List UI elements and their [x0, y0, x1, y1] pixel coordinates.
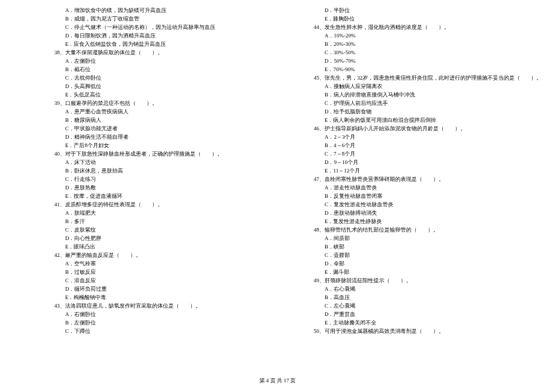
q41-opt-a: A．肢端肥大	[54, 209, 259, 217]
q43-opt-c: C．下蹲位	[54, 327, 259, 335]
q38-opt-a: A．左侧卧位	[54, 57, 259, 65]
q45-opt-d: D．给予低脂肪食物	[314, 107, 537, 116]
q48-opt-d: D．伞部	[314, 259, 537, 268]
q46-opt-c: C．7～8个月	[314, 150, 537, 158]
q40-opt-b: B．卧床休息，患肢抬高	[54, 166, 259, 175]
q45-opt-a: A．接触病人应穿隔离衣	[314, 82, 537, 90]
q47-opt-c: C．复发性游走性动脉血管炎	[314, 200, 537, 209]
q41-opt-c: C．皮肤紫纹	[54, 226, 259, 234]
q43-opt-b: B．左侧卧位	[54, 318, 259, 327]
q43-opt-d: D．半卧位	[314, 6, 537, 14]
q49-opt-c: C．左心衰竭	[314, 302, 537, 310]
q37-opt-d: D．每日限制饮酒，因为酒精升高血压	[54, 31, 259, 40]
q47-opt-a: A．游走性动脉血管炎	[314, 183, 537, 192]
q40-opt-c: C．行走练习	[54, 175, 259, 183]
q38-opt-b: B．截石位	[54, 65, 259, 74]
q47-stem: 47、血栓闭塞性脉管炎营养障碍期的表现是（ ）。	[314, 175, 537, 183]
q46-stem: 46、护士指导新妈妈小儿开始添加泥状食物的月龄是（ ）。	[314, 124, 537, 133]
q42-opt-e: E．枸橼酸钠中毒	[54, 293, 259, 302]
q41-opt-d: D．向心性肥胖	[54, 234, 259, 242]
left-column: A．增加饮食中的镁，因为缺镁可升高血压 B．戒烟，因为尼古丁收缩血管 C．停止气…	[0, 6, 278, 366]
q45-opt-e: E．病人剩余的饭菜可用漂白粉混合搅拌后倒掉	[314, 116, 537, 124]
q41-opt-e: E．眼球凸出	[54, 242, 259, 251]
q44-stem: 44、发生急性肺水肿，湿化瓶内酒精的浓度是（ ）。	[314, 23, 537, 31]
q42-opt-a: A．空气栓塞	[54, 259, 259, 268]
q44-opt-e: E．70%-90%	[314, 65, 537, 74]
q37-opt-a: A．增加饮食中的镁，因为缺镁可升高血压	[54, 6, 259, 14]
q39-opt-e: E．产后8个月妇女	[54, 141, 259, 150]
q39-opt-b: B．糖尿病病人	[54, 116, 259, 124]
q45-opt-c: C．护理病人前后均应洗手	[314, 99, 537, 107]
q39-opt-a: A．患严重心血管疾病病人	[54, 107, 259, 116]
q47-opt-e: E．复发性游走性静脉炎	[314, 217, 537, 226]
q46-opt-d: D．9～10个月	[314, 158, 537, 166]
right-column: D．半卧位 E．膝胸卧位 44、发生急性肺水肿，湿化瓶内酒精的浓度是（ ）。 A…	[278, 6, 555, 366]
q44-opt-d: D．50%-70%	[314, 57, 537, 65]
q44-opt-b: B．20%-30%	[314, 40, 537, 48]
q48-opt-e: E．漏斗部	[314, 268, 537, 276]
q49-opt-d: D．严重贫血	[314, 310, 537, 318]
q46-opt-a: A．2～3个月	[314, 133, 537, 141]
q46-opt-e: E．11～12个月	[314, 166, 537, 175]
q43-opt-e: E．膝胸卧位	[314, 14, 537, 23]
q39-opt-d: D．精神病生活不能自理者	[54, 133, 259, 141]
q42-stem: 42、最严重的输血反应是（ ）。	[54, 251, 259, 259]
q44-opt-c: C．30%-50%	[314, 48, 537, 57]
q50-stem: 50、可用于浸泡金属器械的高效类消毒剂是（ ）。	[314, 327, 537, 335]
q48-opt-b: B．峡部	[314, 242, 537, 251]
q42-opt-c: C．溶血反应	[54, 276, 259, 285]
q49-opt-e: E．主动脉瓣关闭不全	[314, 318, 537, 327]
page-body: A．增加饮食中的镁，因为缺镁可升高血压 B．戒烟，因为尼古丁收缩血管 C．停止气…	[0, 0, 555, 372]
q41-stem: 41、皮质醇增多症的特征性表现是（ ）。	[54, 200, 259, 209]
page-footer: 第 4 页 共 17 页	[0, 372, 555, 392]
q48-opt-c: C．壶腹部	[314, 251, 537, 259]
q40-opt-d: D．患肢热敷	[54, 183, 259, 192]
q39-stem: 39、口服避孕药的禁忌症不包括（ ）。	[54, 99, 259, 107]
q42-opt-d: D．循环负荷过重	[54, 285, 259, 293]
q49-opt-b: B．高血压	[314, 293, 537, 302]
q37-opt-e: E．应食入低钠盐饮食，因为钠盐升高血压	[54, 40, 259, 48]
q47-opt-d: D．患肢动脉搏动消失	[314, 209, 537, 217]
q44-opt-a: A．10%-20%	[314, 31, 537, 40]
q38-opt-d: D．头高脚低位	[54, 82, 259, 90]
q45-opt-b: B．病人的排泄物直接倒入马桶中冲洗	[314, 90, 537, 99]
q45-stem: 45、张先生，男，32岁，因患急性黄疸性肝炎住院，此时进行的护理措施不妥当的是（…	[314, 74, 537, 82]
q43-stem: 43、法洛四联症患儿，缺氧发作时宜采取的体位是（ ）。	[54, 302, 259, 310]
q48-stem: 48、输卵管结扎术的结扎部位是输卵管的（ ）。	[314, 226, 537, 234]
q46-opt-b: B．4～6个月	[314, 141, 537, 150]
q48-opt-a: A．间质部	[314, 234, 537, 242]
q37-opt-c: C．停止气健术（一种运动的名称），因为运动升高脉率与血压	[54, 23, 259, 31]
q38-opt-e: E．头低足高位	[54, 90, 259, 99]
q43-opt-a: A．右侧卧位	[54, 310, 259, 318]
q49-opt-a: A．右心衰竭	[314, 285, 537, 293]
q40-opt-e: E．按摩，促进血液循环	[54, 192, 259, 200]
q39-opt-c: C．甲状腺功能亢进者	[54, 124, 259, 133]
q37-opt-b: B．戒烟，因为尼古丁收缩血管	[54, 14, 259, 23]
q42-opt-b: B．过敏反应	[54, 268, 259, 276]
q41-opt-b: B．多汗	[54, 217, 259, 226]
q49-stem: 49、肝颈静脉回流征阳性提示（ ）。	[314, 276, 537, 285]
q40-stem: 40、对于下肢急性深静脉血栓形成患者，正确的护理措施是（ ）。	[54, 150, 259, 158]
q40-opt-a: A．床下活动	[54, 158, 259, 166]
q47-opt-b: B．反复性动脉血管闭塞	[314, 192, 537, 200]
q38-stem: 38、大量不保留灌肠应取的体位是（ ）。	[54, 48, 259, 57]
q38-opt-c: C．去枕仰卧位	[54, 74, 259, 82]
